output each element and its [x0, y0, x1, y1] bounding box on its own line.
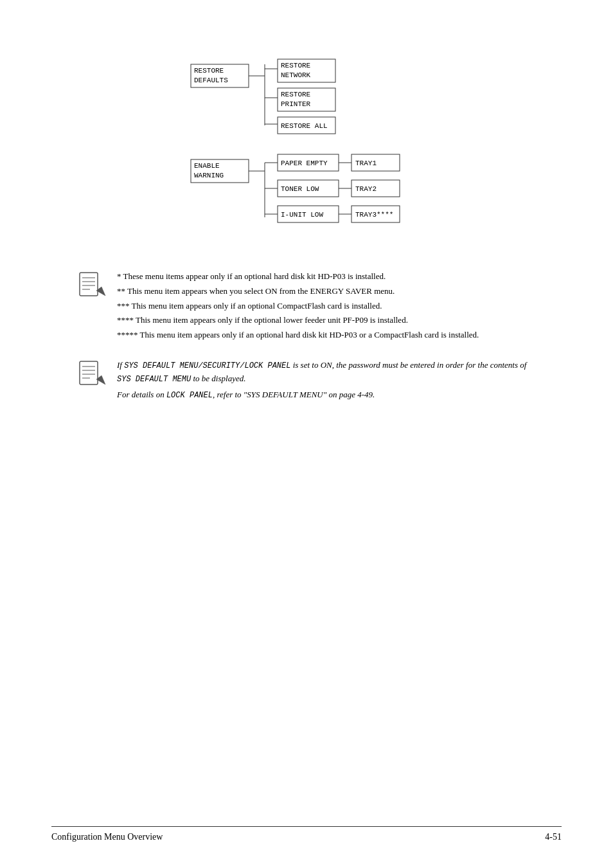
svg-text:I-UNIT LOW: I-UNIT LOW — [281, 211, 323, 219]
footer-section-title: Configuration Menu Overview — [51, 832, 163, 842]
note-icon-1 — [77, 271, 109, 302]
svg-text:TRAY3****: TRAY3**** — [355, 211, 393, 219]
svg-text:TRAY1: TRAY1 — [355, 159, 377, 167]
diagram-area: RESTORE DEFAULTS RESTORE NETWORK RESTORE… — [51, 39, 562, 244]
svg-text:WARNING: WARNING — [194, 172, 224, 179]
page-footer: Configuration Menu Overview 4-51 — [51, 826, 562, 842]
menu-diagram: RESTORE DEFAULTS RESTORE NETWORK RESTORE… — [178, 51, 435, 244]
svg-text:TONER LOW: TONER LOW — [281, 185, 319, 193]
svg-text:TRAY2: TRAY2 — [355, 185, 377, 193]
note-block-2: If SYS DEFAULT MENU/SECURITY/LOCK PANEL … — [77, 359, 536, 404]
svg-text:PRINTER: PRINTER — [281, 100, 311, 108]
note-text-1: * These menu items appear only if an opt… — [117, 270, 479, 343]
svg-text:PAPER EMPTY: PAPER EMPTY — [281, 159, 328, 167]
note-icon-svg-1 — [77, 271, 109, 300]
svg-text:ENABLE: ENABLE — [194, 162, 220, 170]
svg-rect-45 — [80, 361, 98, 384]
note-block-1: * These menu items appear only if an opt… — [77, 270, 536, 343]
note-text-2: If SYS DEFAULT MENU/SECURITY/LOCK PANEL … — [117, 359, 536, 404]
svg-rect-39 — [80, 273, 98, 296]
note-icon-svg-2 — [77, 360, 109, 388]
svg-text:RESTORE: RESTORE — [281, 62, 311, 69]
svg-text:RESTORE: RESTORE — [281, 91, 311, 98]
svg-text:DEFAULTS: DEFAULTS — [194, 77, 228, 84]
svg-text:RESTORE ALL: RESTORE ALL — [281, 122, 328, 130]
footer-page-number: 4-51 — [545, 832, 562, 842]
svg-text:RESTORE: RESTORE — [194, 67, 224, 75]
svg-text:NETWORK: NETWORK — [281, 71, 311, 79]
note-icon-2 — [77, 360, 109, 391]
notes-section: * These menu items appear only if an opt… — [51, 270, 562, 404]
